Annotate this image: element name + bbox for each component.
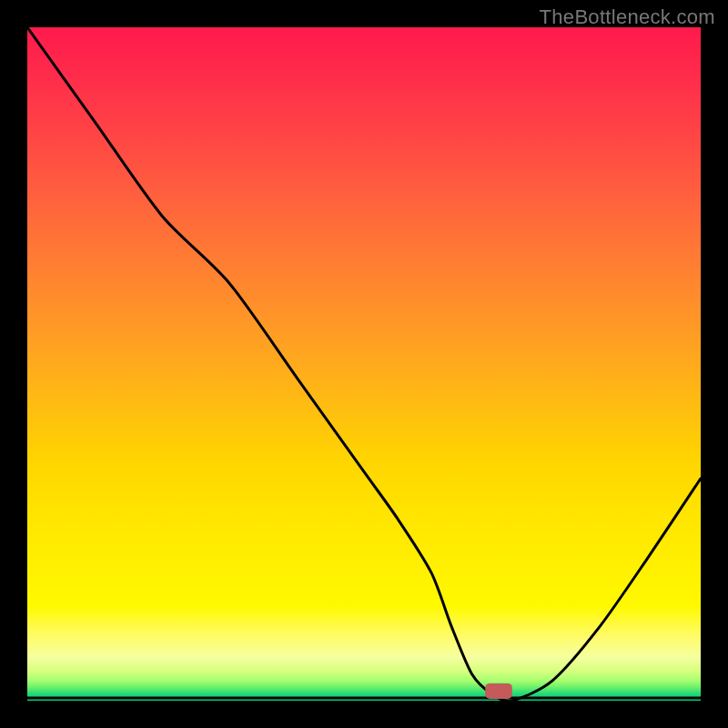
chart-frame: TheBottleneck.com <box>0 0 728 728</box>
optimum-marker <box>485 683 512 699</box>
plot-area <box>27 27 701 701</box>
watermark-text: TheBottleneck.com <box>540 5 715 29</box>
chart-svg <box>27 27 701 701</box>
bottleneck-curve <box>27 27 701 701</box>
